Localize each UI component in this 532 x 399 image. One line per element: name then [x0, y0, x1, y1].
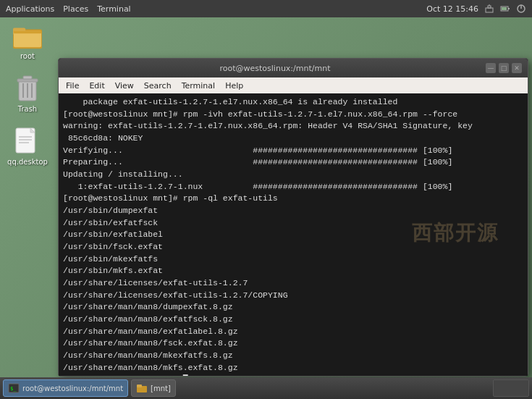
terminal-buttons[interactable]: — □ ✕: [486, 63, 522, 73]
desktop-icon-root[interactable]: root: [6, 22, 49, 60]
terminal-line: Verifying... ###########################…: [63, 145, 523, 157]
terminal-line: [root@westoslinux mnt]# █: [63, 374, 523, 376]
svg-rect-0: [486, 8, 493, 12]
power-icon: [516, 4, 526, 14]
desktop-icon-trash-label: Trash: [18, 105, 37, 113]
terminal-line: [root@westoslinux mnt]# rpm -ivh exfat-u…: [63, 109, 523, 121]
terminal-title: root@westoslinux:/mnt/mnt: [64, 64, 486, 73]
menu-terminal[interactable]: Terminal: [97, 4, 131, 14]
terminal-line: /usr/share/licenses/exfat-utils-1.2.7/CO…: [63, 290, 523, 302]
menu-places[interactable]: Places: [63, 4, 88, 14]
terminal-taskbar-icon: $_: [8, 382, 20, 394]
network-icon: [484, 4, 494, 14]
menu-edit[interactable]: Edit: [85, 80, 109, 92]
terminal-line: 85c6cd8a: NOKEY: [63, 133, 523, 145]
taskbar-item-terminal-label: root@westoslinux:/mnt/mnt: [22, 385, 123, 392]
desktop-icons: root Trash: [6, 22, 49, 166]
desktop: Applications Places Terminal Oct 12 15:4…: [0, 0, 532, 399]
terminal-titlebar: root@westoslinux:/mnt/mnt — □ ✕: [59, 59, 528, 77]
file-icon: [13, 127, 42, 156]
terminal-line: /usr/sbin/fsck.exfat: [63, 241, 523, 253]
terminal-line: [root@westoslinux mnt]# rpm -ql exfat-ut…: [63, 193, 523, 205]
desktop-icon-trash[interactable]: Trash: [6, 75, 49, 113]
svg-rect-14: [23, 76, 32, 79]
terminal-line: /usr/share/man/man8/mkfs.exfat.8.gz: [63, 362, 523, 374]
folder-taskbar-icon: [136, 382, 148, 394]
desktop-icon-root-label: root: [20, 52, 35, 60]
maximize-button[interactable]: □: [499, 63, 509, 73]
taskbar: $_ root@westoslinux:/mnt/mnt [mnt]: [0, 377, 532, 399]
terminal-line: 1:exfat-utils-1.2.7-1.nux ##############…: [63, 181, 523, 193]
terminal-line: /usr/sbin/exfatlabel: [63, 229, 523, 241]
terminal-line: warning: exfat-utils-1.2.7-1.el7.nux.x86…: [63, 120, 523, 133]
terminal-line: /usr/sbin/mkfs.exfat: [63, 265, 523, 277]
folder-icon: [13, 22, 42, 51]
top-bar-left: Applications Places Terminal: [6, 4, 131, 14]
taskbar-item-mnt[interactable]: [mnt]: [131, 379, 176, 397]
taskbar-end: [493, 379, 529, 397]
datetime: Oct 12 15:46: [426, 4, 478, 14]
terminal-line: /usr/share/licenses/exfat-utils-1.2.7: [63, 277, 523, 290]
svg-rect-4: [502, 7, 507, 10]
terminal-window: root@westoslinux:/mnt/mnt — □ ✕ File Edi…: [58, 58, 528, 377]
terminal-line: /usr/share/man/man8/dumpexfat.8.gz: [63, 301, 523, 314]
terminal-line: Preparing... ###########################…: [63, 156, 523, 169]
terminal-line: /usr/share/man/man8/mkexfatfs.8.gz: [63, 350, 523, 362]
svg-rect-26: [137, 385, 142, 387]
battery-icon: [500, 4, 510, 14]
minimize-button[interactable]: —: [486, 63, 496, 73]
svg-rect-5: [508, 8, 510, 9]
terminal-line: /usr/sbin/mkexfatfs: [63, 253, 523, 266]
desktop-icon-qq-label: qq.desktop: [7, 158, 48, 166]
svg-rect-13: [17, 79, 38, 82]
terminal-line: /usr/share/man/man8/exfatfsck.8.gz: [63, 314, 523, 326]
menu-search[interactable]: Search: [140, 80, 176, 92]
terminal-content[interactable]: package exfat-utils-1.2.7-1.el7.nux.x86_…: [59, 93, 528, 376]
svg-text:$_: $_: [10, 386, 17, 392]
terminal-line: Updating / installing...: [63, 169, 523, 181]
terminal-line: /usr/share/man/man8/exfatlabel.8.gz: [63, 326, 523, 338]
terminal-line: package exfat-utils-1.2.7-1.el7.nux.x86_…: [63, 96, 523, 109]
menu-file[interactable]: File: [62, 80, 83, 92]
trash-icon: [13, 75, 42, 104]
terminal-menubar: File Edit View Search Terminal Help: [59, 77, 528, 93]
menu-help[interactable]: Help: [221, 80, 248, 92]
terminal-line: /usr/sbin/exfatfsck: [63, 217, 523, 230]
menu-applications[interactable]: Applications: [6, 4, 54, 14]
top-bar-right: Oct 12 15:46: [426, 4, 526, 14]
terminal-line: /usr/sbin/dumpexfat: [63, 205, 523, 217]
taskbar-item-terminal[interactable]: $_ root@westoslinux:/mnt/mnt: [3, 379, 128, 397]
close-button[interactable]: ✕: [512, 63, 522, 73]
terminal-line: /usr/share/man/man8/fsck.exfat.8.gz: [63, 337, 523, 350]
menu-view[interactable]: View: [111, 80, 138, 92]
menu-terminal[interactable]: Terminal: [177, 80, 220, 92]
top-bar: Applications Places Terminal Oct 12 15:4…: [0, 0, 532, 17]
taskbar-item-mnt-label: [mnt]: [151, 385, 171, 392]
svg-rect-11: [14, 30, 41, 33]
svg-rect-1: [488, 6, 491, 8]
desktop-icon-qq[interactable]: qq.desktop: [6, 127, 49, 166]
